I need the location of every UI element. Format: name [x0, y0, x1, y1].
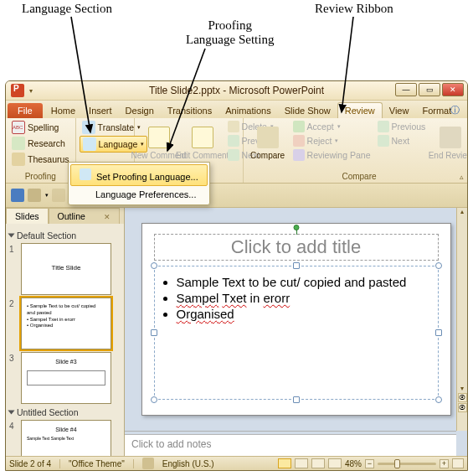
status-theme: "Office Theme" — [69, 459, 125, 468]
zoom-percent[interactable]: 48% — [345, 459, 362, 468]
delete-icon — [228, 121, 239, 132]
next-slide-button[interactable]: ⦿ — [458, 403, 467, 412]
translate-icon — [82, 121, 95, 134]
scroll-up-icon[interactable]: ▴ — [457, 208, 467, 215]
close-button[interactable]: ✕ — [442, 83, 464, 96]
language-icon — [83, 137, 96, 151]
selection-handle[interactable] — [435, 329, 442, 336]
selection-handle[interactable] — [435, 396, 442, 403]
thumb-row-2[interactable]: 2 • Sample Text to be cut/ copied and pa… — [9, 298, 121, 349]
scroll-down-icon[interactable]: ▾ — [457, 385, 467, 392]
tab-animations[interactable]: Animations — [219, 103, 277, 118]
zoom-slider[interactable] — [378, 463, 436, 465]
tab-review[interactable]: Review — [337, 102, 383, 118]
close-pane-icon[interactable]: ✕ — [104, 213, 111, 221]
ribbon-minimize-icon[interactable]: ▵ — [460, 173, 464, 181]
compare-next-button[interactable]: Next — [375, 134, 429, 147]
annotation-layer: Language Section Proofing Language Setti… — [0, 0, 473, 84]
reviewing-pane-button[interactable]: Reviewing Pane — [290, 148, 373, 162]
section-untitled[interactable]: Untitled Section — [9, 407, 121, 417]
tab-home[interactable]: Home — [44, 103, 82, 118]
pane-tab-slides[interactable]: Slides — [6, 208, 49, 224]
thesaurus-button[interactable]: Thesaurus — [9, 152, 72, 167]
new-comment-icon — [148, 127, 170, 148]
thesaurus-icon — [12, 153, 25, 166]
slide-thumbnail-4[interactable]: Slide #4 Sample Text Sample Text — [21, 420, 111, 456]
tab-insert[interactable]: Insert — [82, 103, 119, 118]
minimize-button[interactable]: — — [395, 83, 417, 96]
thumb-row-4[interactable]: 4 Slide #4 Sample Text Sample Text — [9, 420, 121, 456]
bullet-1[interactable]: Sample Text to be cut/ copied and pasted — [177, 275, 429, 289]
selection-handle[interactable] — [435, 262, 442, 269]
notes-pane[interactable]: Click to add notes — [125, 434, 456, 456]
help-button[interactable]: ⓘ — [445, 103, 464, 116]
reject-button[interactable]: Reject▾ — [290, 134, 373, 147]
reviewing-pane-icon — [293, 149, 305, 161]
selection-handle[interactable] — [151, 329, 157, 336]
view-sorter-button[interactable] — [295, 458, 308, 468]
view-normal-button[interactable] — [278, 458, 291, 468]
zoom-in-button[interactable]: + — [440, 459, 449, 468]
view-reading-button[interactable] — [311, 458, 325, 468]
section-default[interactable]: Default Section — [9, 230, 121, 241]
slide-thumbnail-3[interactable]: Slide #3 — [21, 352, 111, 404]
vertical-scrollbar[interactable]: ▴ ▾ ⦿ ⦿ — [456, 208, 467, 431]
slide-canvas[interactable]: Click to add title Sample Text to — [125, 208, 467, 431]
pane-tab-outline[interactable]: Outline✕ — [49, 208, 120, 224]
language-dropdown-menu: Set Proofing Language... Language Prefer… — [68, 162, 210, 205]
title-placeholder[interactable]: Click to add title — [154, 234, 439, 261]
save-icon[interactable] — [11, 189, 24, 202]
compare-prev-button[interactable]: Previous — [375, 120, 429, 133]
menu-set-proofing-language[interactable]: Set Proofing Language... — [70, 164, 208, 186]
section-toggle-icon — [8, 234, 15, 238]
thumb-row-1[interactable]: 1 Title Slide — [9, 243, 121, 295]
tab-design[interactable]: Design — [119, 103, 161, 118]
undo-icon[interactable] — [28, 189, 41, 202]
prev-slide-button[interactable]: ⦿ — [458, 393, 467, 402]
edit-comment-button[interactable]: Edit Comment — [182, 120, 224, 167]
bullet-3[interactable]: Organised — [177, 307, 429, 321]
accept-icon — [293, 121, 305, 132]
slides-pane: Slides Outline✕ Default Section 1 Title … — [6, 208, 125, 456]
tab-slide-show[interactable]: Slide Show — [278, 103, 337, 118]
slide-stage: Click to add title Sample Text to — [125, 208, 467, 456]
callout-proofing-setting: Proofing Language Setting — [186, 18, 274, 47]
chevron-down-icon[interactable]: ▾ — [45, 192, 49, 199]
compare-button[interactable]: Compare — [247, 120, 289, 167]
status-language[interactable]: English (U.S.) — [162, 459, 214, 468]
spelling-button[interactable]: Spelling — [9, 120, 72, 135]
end-review-button[interactable]: End Review — [429, 120, 468, 167]
previous-icon — [228, 135, 239, 147]
redo-icon[interactable] — [52, 189, 65, 202]
group-label-compare: Compare — [247, 171, 468, 183]
tab-transitions[interactable]: Transitions — [161, 103, 219, 118]
tab-file[interactable]: File — [8, 103, 43, 118]
edit-comment-icon — [192, 127, 213, 148]
new-comment-button[interactable]: New Comment — [138, 120, 180, 167]
spelling-icon — [12, 121, 25, 134]
tab-view[interactable]: View — [383, 103, 416, 118]
selection-handle[interactable] — [151, 262, 157, 269]
slide-thumbnail-1[interactable]: Title Slide — [21, 243, 111, 295]
selection-handle[interactable] — [293, 262, 300, 269]
zoom-out-button[interactable]: − — [365, 459, 374, 468]
thumb-row-3[interactable]: 3 Slide #3 — [9, 352, 121, 404]
selection-handle[interactable] — [151, 396, 157, 403]
fit-to-window-button[interactable] — [452, 458, 464, 468]
menu-language-preferences[interactable]: Language Preferences... — [70, 186, 208, 203]
spellcheck-status-icon[interactable] — [142, 458, 154, 469]
workspace: Slides Outline✕ Default Section 1 Title … — [6, 208, 467, 456]
callout-language-section: Language Section — [22, 2, 112, 16]
bullet-2[interactable]: Sampel Txet in erorr — [177, 291, 429, 305]
callout-review-ribbon: Review Ribbon — [315, 2, 393, 16]
maximize-button[interactable]: ▭ — [419, 83, 440, 96]
zoom-slider-thumb[interactable] — [394, 459, 400, 468]
ribbon-review: Spelling Research Thesaurus Proofing Tra… — [6, 118, 467, 184]
status-slide-count: Slide 2 of 4 — [9, 459, 51, 468]
content-placeholder[interactable]: Sample Text to be cut/ copied and pasted… — [154, 266, 439, 400]
slide-thumbnail-2[interactable]: • Sample Text to be cut/ copied and past… — [21, 298, 111, 349]
selection-handle[interactable] — [293, 396, 300, 403]
view-slideshow-button[interactable] — [328, 458, 342, 468]
research-button[interactable]: Research — [9, 136, 72, 151]
accept-button[interactable]: Accept▾ — [290, 120, 373, 133]
